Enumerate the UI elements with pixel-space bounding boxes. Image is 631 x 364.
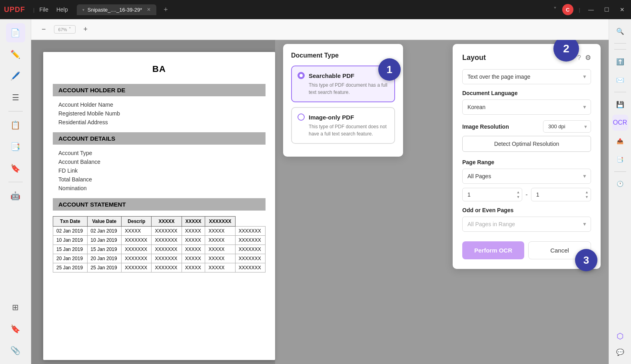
table-row: 10 Jan 201910 Jan 2019XXXXXXXXXXXXXXXXXX… — [53, 236, 266, 245]
sidebar-item-extract[interactable]: 📋 — [6, 115, 25, 135]
sidebar-right-chat[interactable]: 💬 — [612, 344, 628, 360]
maximize-button[interactable]: ☐ — [602, 6, 612, 14]
sidebar-right-pdf[interactable]: 📑 — [612, 151, 628, 167]
table-header-col5: XXXXX — [182, 217, 205, 227]
table-cell-extra: XXXXXXX — [235, 236, 265, 245]
gear-icon[interactable]: ⚙ — [585, 54, 591, 62]
sidebar-item-edit[interactable]: ✏️ — [6, 45, 25, 64]
zoom-display[interactable]: 67% ˅ — [54, 25, 76, 34]
pdf-row-address: Residential Address — [53, 118, 266, 127]
sidebar-right-ocr[interactable]: OCR — [612, 115, 628, 131]
table-cell-extra: XXXXX — [205, 263, 235, 273]
sidebar-right-export[interactable]: 📤 — [612, 133, 628, 149]
sidebar-separator — [8, 111, 23, 111]
sidebar-item-pages[interactable]: ☰ — [6, 88, 25, 107]
table-cell-extra: XXXXX — [182, 254, 205, 263]
page-from-down[interactable]: ▼ — [515, 195, 521, 199]
left-sidebar: 📄 ✏️ 🖊️ ☰ 📋 📑 🔖 🤖 ⊞ 🔖 📎 — [0, 19, 31, 364]
detect-resolution-button[interactable]: Detect Optimal Resolution — [462, 136, 591, 152]
sidebar-right-upload[interactable]: ⬆️ — [612, 54, 628, 70]
searchable-pdf-option[interactable]: Searchable PDF This type of PDF document… — [291, 66, 395, 102]
right-separator-3 — [614, 92, 626, 92]
table-cell: XXXXXXX — [122, 263, 152, 273]
sidebar-separator-2 — [8, 182, 23, 182]
searchable-pdf-label: Searchable PDF — [309, 72, 354, 79]
sidebar-right-bottom: ⬡ 💬 — [612, 328, 628, 360]
table-cell: 02 Jan 2019 — [53, 227, 88, 236]
page-range-select[interactable]: All Pages Current Page Custom Range — [462, 169, 591, 184]
table-cell-extra: XXXXX — [205, 236, 235, 245]
table-cell-extra: XXXXXXX — [152, 254, 182, 263]
resolution-select[interactable]: 300 dpi 150 dpi 600 dpi — [543, 120, 591, 133]
zoom-chevron-icon: ˅ — [69, 27, 71, 32]
table-header-valuedate: Value Date — [87, 217, 122, 227]
sidebar-item-bookmark[interactable]: 🔖 — [6, 319, 25, 338]
layout-select[interactable]: Text over the page image Text below the … — [462, 69, 591, 84]
pdf-section-1: ACCOUNT HOLDER DE — [53, 84, 266, 96]
table-cell: 25 Jan 2019 — [87, 263, 122, 273]
right-separator — [614, 43, 626, 44]
perform-ocr-button[interactable]: Perform OCR — [462, 241, 524, 259]
table-cell: 15 Jan 2019 — [87, 245, 122, 254]
close-tab-icon[interactable]: ✕ — [147, 7, 151, 12]
page-from-spinners: ▲ ▼ — [515, 190, 521, 199]
add-tab-button[interactable]: + — [164, 6, 168, 14]
page-to-down[interactable]: ▼ — [584, 195, 589, 199]
table-cell-extra: XXXXXXX — [235, 227, 265, 236]
doc-type-title: Document Type — [291, 52, 395, 59]
close-button[interactable]: ✕ — [617, 6, 627, 14]
sidebar-item-document[interactable]: 📄 — [6, 23, 25, 42]
menu-help[interactable]: Help — [56, 6, 68, 13]
chevron-icon[interactable]: ˅ — [553, 6, 557, 14]
zoom-level: 67% — [58, 27, 67, 32]
odd-even-select[interactable]: All Pages in Range Odd Pages Only Even P… — [462, 217, 591, 232]
page-to-up[interactable]: ▲ — [584, 190, 589, 195]
table-cell-extra: XXXXX — [182, 245, 205, 254]
sidebar-right-share[interactable]: ✉️ — [612, 72, 628, 88]
help-icon[interactable]: ? — [577, 54, 581, 62]
sidebar-right-save[interactable]: 💾 — [612, 96, 628, 112]
avatar[interactable]: C — [562, 4, 573, 15]
table-cell-extra: XXXXX — [205, 254, 235, 263]
resolution-select-wrapper: 300 dpi 150 dpi 600 dpi ▼ — [543, 120, 591, 133]
zoom-in-button[interactable]: + — [81, 24, 90, 34]
sidebar-item-layers[interactable]: ⊞ — [6, 298, 25, 317]
pdf-row-total-balance: Total Balance — [53, 175, 266, 184]
table-row: 02 Jan 201902 Jan 2019XXXXXXXXXXXXXXXXXX… — [53, 227, 266, 236]
image-only-pdf-option[interactable]: Image-only PDF This type of PDF document… — [291, 107, 395, 144]
page-range-label: Page Range — [462, 159, 591, 165]
sidebar-item-attach[interactable]: 📎 — [6, 341, 25, 360]
table-row: 20 Jan 201920 Jan 2019XXXXXXXXXXXXXXXXXX… — [53, 254, 266, 263]
step-1-circle: 1 — [378, 58, 401, 81]
table-cell-extra: XXXXX — [205, 227, 235, 236]
doc-type-panel: Document Type Searchable PDF This type o… — [283, 44, 403, 157]
right-separator-2 — [614, 49, 626, 50]
table-header-col6: XXXXXXX — [205, 217, 235, 227]
settings-title: Layout — [462, 54, 486, 62]
page-range-dropdown-wrapper: All Pages Current Page Custom Range ▼ — [462, 169, 591, 184]
sidebar-right-history[interactable]: 🕐 — [612, 176, 628, 192]
radio-inner — [300, 74, 303, 77]
active-tab[interactable]: ▾ Snipaste_...._16-39-29* ✕ — [77, 4, 157, 15]
sidebar-right-updf-logo[interactable]: ⬡ — [612, 328, 628, 344]
sidebar-item-annotate[interactable]: 🖊️ — [6, 66, 25, 86]
sidebar-item-organize[interactable]: 📑 — [6, 137, 25, 156]
right-sidebar: 🔍 ⬆️ ✉️ 💾 OCR 📤 📑 🕐 ⬡ 💬 — [609, 19, 631, 364]
sidebar-item-tools[interactable]: 🔖 — [6, 159, 25, 178]
minimize-button[interactable]: — — [586, 6, 596, 14]
zoom-out-button[interactable]: − — [39, 24, 48, 34]
menu-file[interactable]: File — [39, 6, 48, 13]
sidebar-item-ai[interactable]: 🤖 — [6, 186, 25, 205]
pdf-title: BA — [53, 64, 266, 74]
doc-language-label: Document Language — [462, 90, 591, 96]
sidebar-right-search[interactable]: 🔍 — [612, 23, 628, 39]
odd-even-label: Odd or Even Pages — [462, 207, 591, 213]
pdf-row-mobile: Registered Mobile Numb — [53, 109, 266, 118]
page-from-input[interactable] — [462, 188, 522, 201]
pdf-preview: BA ACCOUNT HOLDER DE Account Holder Name… — [43, 52, 275, 360]
table-cell: 20 Jan 2019 — [87, 254, 122, 263]
page-from-up[interactable]: ▲ — [515, 190, 521, 195]
settings-panel: 2 Layout ? ⚙ Text over the page image Te… — [453, 44, 601, 269]
page-to-input[interactable] — [531, 188, 591, 201]
language-select[interactable]: Korean English — [462, 99, 591, 115]
